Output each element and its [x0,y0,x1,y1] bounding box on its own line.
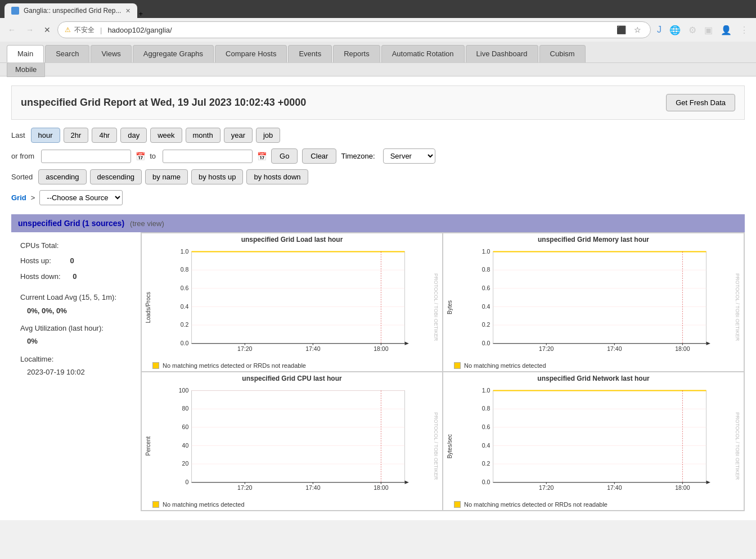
svg-text:0.0: 0.0 [482,479,490,485]
address-bar[interactable]: ⚠ 不安全 | hadoop102/ganglia/ ⬛ ☆ [57,21,651,38]
load-no-data-icon [152,362,159,369]
network-watermark: PROTOCOL / TOBI OETIKER [734,412,741,480]
tab-main[interactable]: Main [7,45,44,62]
controls-section: Last hour 2hr 4hr day week month year jo… [11,128,745,205]
grid-row: Grid > --Choose a Source [11,190,745,205]
hosts-up-value: 0 [70,256,74,265]
go-button[interactable]: Go [271,148,298,164]
app-content: Main Search Views Aggregate Graphs Compa… [0,42,756,520]
load-watermark: PROTOCOL / TOBI OETIKER [432,273,440,341]
svg-text:0.6: 0.6 [482,423,490,430]
network-graph-title: unspecified Grid Network last hour [446,375,741,382]
load-graph-inner: Loads/Procs [144,246,440,369]
tab-favicon [11,7,19,15]
extension-icon-3[interactable]: ⚙ [686,23,699,37]
svg-text:0.4: 0.4 [181,303,189,310]
svg-text:0.0: 0.0 [181,340,189,346]
load-graph-cell: unspecified Grid Load last hour Loads/Pr… [141,233,443,372]
tab-automatic-rotation[interactable]: Automatic Rotation [381,45,465,62]
sort-ascending-button[interactable]: ascending [38,169,86,184]
grid-link[interactable]: Grid [11,193,26,202]
active-tab[interactable]: Ganglia:: unspecified Grid Rep... ✕ [4,3,137,18]
last-label: Last [11,131,25,139]
to-calendar-icon[interactable]: 📅 [257,152,267,161]
stats-panel: CPUs Total: Hosts up: 0 Hosts down: 0 Cu… [11,232,141,511]
from-date-input[interactable] [41,150,131,163]
timezone-select[interactable]: Server UTC Local [383,148,435,164]
svg-text:18:00: 18:00 [374,345,388,352]
time-btn-week[interactable]: week [150,128,182,143]
share-icon[interactable]: ⬛ [614,24,628,35]
forward-button[interactable]: → [22,23,37,37]
memory-no-data-text: No matching metrics detected [464,362,546,369]
clear-button[interactable]: Clear [302,148,336,164]
time-row: Last hour 2hr 4hr day week month year jo… [11,128,745,143]
svg-text:100: 100 [179,387,189,394]
back-button[interactable]: ← [4,23,19,37]
tab-cubism[interactable]: Cubism [539,45,586,62]
svg-text:0.4: 0.4 [482,442,490,449]
tab-live-dashboard[interactable]: Live Dashboard [466,45,538,62]
tab-views[interactable]: Views [91,45,131,62]
hosts-up-label: Hosts up: [20,256,51,265]
svg-text:0.0: 0.0 [482,340,490,346]
svg-marker-38 [706,342,710,345]
sort-by-hosts-down-button[interactable]: by hosts down [246,169,308,184]
source-select[interactable]: --Choose a Source [39,190,123,205]
warning-text: 不安全 [74,25,94,35]
svg-text:1.0: 1.0 [482,248,490,255]
sort-by-name-button[interactable]: by name [145,169,188,184]
time-btn-year[interactable]: year [224,128,253,143]
sort-by-hosts-up-button[interactable]: by hosts up [191,169,244,184]
cpu-graph-cell: unspecified Grid CPU last hour Percent [141,372,443,511]
svg-rect-23 [493,252,706,344]
reload-button[interactable]: ✕ [40,23,54,37]
extension-icon-2[interactable]: 🌐 [667,23,683,37]
tab-bar: Ganglia:: unspecified Grid Rep... ✕ + [4,3,752,18]
tab-compare-hosts[interactable]: Compare Hosts [215,45,287,62]
time-btn-job[interactable]: job [256,128,280,143]
tab-aggregate-graphs[interactable]: Aggregate Graphs [133,45,214,62]
svg-text:1.0: 1.0 [181,248,189,255]
to-date-input[interactable] [163,150,253,163]
tab-reports[interactable]: Reports [333,45,380,62]
svg-rect-46 [192,391,405,483]
cpu-no-data-text: No matching metrics detected [163,501,245,508]
tab-search[interactable]: Search [45,45,89,62]
time-btn-day[interactable]: day [120,128,147,143]
new-tab-button[interactable]: + [138,10,143,18]
time-btn-4hr[interactable]: 4hr [92,128,117,143]
localtime-value: 2023-07-19 10:02 [27,366,132,378]
tab-mobile[interactable]: Mobile [7,62,45,77]
tab-title: Ganglia:: unspecified Grid Rep... [24,7,121,15]
profile-icon[interactable]: 👤 [718,23,735,37]
network-no-data-text: No matching metrics detected or RRDs not… [464,501,608,508]
network-y-label: Bytes/sec [446,385,454,508]
sort-descending-button[interactable]: descending [90,169,142,184]
graphs-grid: unspecified Grid Load last hour Loads/Pr… [141,232,745,511]
svg-text:0: 0 [185,479,188,485]
time-btn-hour[interactable]: hour [31,128,60,143]
browser-chrome: Ganglia:: unspecified Grid Rep... ✕ + [0,0,756,18]
load-y-label: Loads/Procs [144,246,152,369]
bookmark-icon[interactable]: ☆ [632,24,644,35]
time-btn-2hr[interactable]: 2hr [64,128,89,143]
grid-header: unspecified Grid (1 sources) (tree view) [11,214,745,232]
get-fresh-data-button[interactable]: Get Fresh Data [666,94,735,111]
memory-graph-cell: unspecified Grid Memory last hour Bytes [443,233,744,372]
tab-close-button[interactable]: ✕ [125,7,130,15]
extension-icon-1[interactable]: J [654,23,664,37]
menu-icon[interactable]: ⋮ [737,23,752,37]
svg-text:17:20: 17:20 [237,484,252,491]
grid-section: unspecified Grid (1 sources) (tree view)… [11,214,745,511]
load-avg-label: Current Load Avg (15, 5, 1m): [20,291,132,304]
svg-text:18:00: 18:00 [675,484,690,491]
network-no-data: No matching metrics detected or RRDs not… [454,501,734,508]
cpus-total-stat: CPUs Total: [20,239,132,252]
cpu-graph-main: 100 80 60 40 20 0 17:20 17:40 [152,385,432,508]
time-btn-month[interactable]: month [186,128,220,143]
sidebar-toggle-icon[interactable]: ▣ [701,23,716,37]
from-calendar-icon[interactable]: 📅 [136,152,145,161]
tab-events[interactable]: Events [288,45,332,62]
tree-view-link[interactable]: (tree view) [130,219,164,228]
